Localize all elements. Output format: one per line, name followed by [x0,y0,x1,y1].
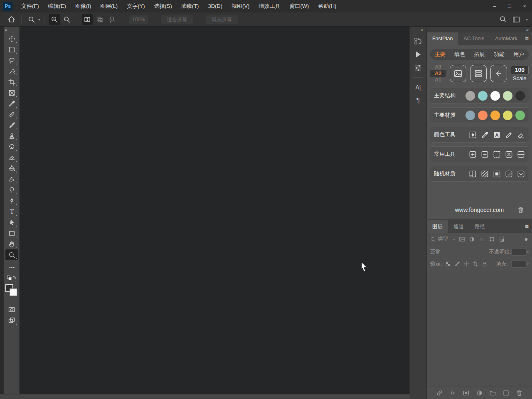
lasso-tool[interactable] [5,55,18,66]
move-tool[interactable] [5,33,18,44]
object-selection-tool[interactable] [5,66,18,76]
corner-box-icon[interactable] [505,170,513,178]
background-color-swatch[interactable] [10,288,17,296]
paragraph-panel-button[interactable]: ¶ [411,94,425,107]
color-swatch[interactable] [490,111,500,120]
zoom-percent-field[interactable]: 100% [129,15,148,24]
fastplan-subtab[interactable]: 拓展 [474,51,485,58]
menu-item[interactable]: 文件(F) [17,0,44,12]
pen-tool[interactable] [5,195,18,206]
color-swatch[interactable] [515,111,525,120]
color-swatch[interactable] [466,111,475,120]
chevron-down-icon[interactable]: ▾ [527,262,529,266]
menu-item[interactable]: 帮助(H) [313,0,341,12]
adjustment-layer-button[interactable] [476,389,483,397]
inner-fill-box-icon[interactable] [493,170,501,178]
color-swatch[interactable] [490,91,500,101]
delete-layer-button[interactable] [516,389,523,397]
layer-type-filter[interactable]: 类型 ▾ [430,236,455,243]
lock-all-button[interactable] [482,261,488,267]
plus-box-icon[interactable] [469,150,477,158]
panel-collapse-icon[interactable]: » [526,27,529,32]
properties-panel-button[interactable] [411,62,425,74]
workspace-icon[interactable] [512,15,520,24]
chevron-right-icon[interactable]: ▸ [442,70,444,77]
maximize-button[interactable]: □ [502,0,517,12]
link-layers-button[interactable] [436,389,443,397]
dashed-box-icon[interactable] [493,150,501,158]
chevron-left-icon[interactable]: ◂ [432,70,434,77]
pencil-icon[interactable] [505,131,513,139]
fastplan-subtab[interactable]: 用户 [513,51,524,58]
color-swatch[interactable] [515,91,525,101]
opacity-value[interactable]: ▾ [511,248,529,256]
type-tool[interactable]: T [5,206,18,217]
fill-screen-button[interactable]: 填充屏幕 [206,15,238,24]
horizontal-scrollbar[interactable] [0,394,410,399]
vsplit-box-icon[interactable] [469,170,477,178]
close-button[interactable]: × [517,0,532,12]
fill-value[interactable]: ▾ [511,260,529,268]
minus-box-icon[interactable] [481,150,489,158]
back-button[interactable] [490,65,507,82]
menu-item[interactable]: 选择(S) [149,0,176,12]
filter-smart-objects-button[interactable] [499,236,505,242]
smudge-tool[interactable] [5,174,18,185]
scale-value[interactable]: 100 [511,66,529,74]
frame-tool[interactable] [5,87,18,98]
spot-healing-brush-tool[interactable] [5,109,18,120]
clone-stamp-tool[interactable] [5,131,18,141]
filter-shape-layers-button[interactable] [489,236,495,242]
lock-transparency-button[interactable] [445,261,451,267]
history-panel-button[interactable] [411,35,425,47]
menu-item[interactable]: 增效工具 [254,0,285,12]
menu-item[interactable]: 视图(V) [227,0,254,12]
layers-tab[interactable]: 图层 [427,220,448,233]
color-swatch[interactable] [478,91,488,101]
actions-panel-button[interactable] [411,48,425,61]
zoom-out-button[interactable] [62,14,72,25]
minimize-button[interactable]: – [487,0,502,12]
lock-pixels-button[interactable] [454,261,460,267]
rectangular-marquee-tool[interactable] [5,44,18,55]
dock-collapse-icon[interactable]: « [421,27,426,34]
image-button[interactable] [450,65,466,82]
hatch-box-icon[interactable] [481,170,489,178]
menu-item[interactable]: 图像(I) [71,0,96,12]
foreground-background-colors[interactable] [5,284,18,298]
filter-pixel-layers-button[interactable] [459,236,465,242]
smile-box-icon[interactable] [517,170,525,178]
layers-tab[interactable]: 通道 [448,220,469,233]
x-box-icon[interactable] [505,150,513,158]
line-eraser-icon[interactable] [517,131,525,139]
color-controls[interactable] [5,273,18,283]
color-swatch[interactable] [503,111,512,120]
text-fill-icon[interactable]: A [493,131,501,139]
panel-menu-icon[interactable]: ≡ [525,220,529,233]
panel-menu-icon[interactable]: ≡ [525,32,529,45]
eyedropper-icon[interactable] [481,131,489,139]
menu-item[interactable]: 窗口(W) [285,0,313,12]
layers-tab[interactable]: 路径 [469,220,490,233]
filter-adjustment-layers-button[interactable] [469,236,475,242]
eyedropper-tool[interactable] [5,98,18,109]
fastplan-tab[interactable]: FastPlan [427,32,458,45]
blend-mode-select[interactable]: 正常 [430,249,441,256]
layer-style-button[interactable]: fx [449,389,456,397]
paper-size-selected[interactable]: ◂A2▸ [430,70,446,77]
filter-type-layers-button[interactable]: T [479,236,485,242]
fastplan-trash-button[interactable] [517,206,525,214]
color-swatch[interactable] [503,91,512,101]
color-swatch[interactable] [478,111,488,120]
path-selection-tool[interactable] [5,217,18,228]
chevron-down-icon[interactable]: ▾ [38,17,40,22]
lock-position-button[interactable] [463,261,469,267]
eraser-tool[interactable] [5,152,18,163]
fastplan-tab[interactable]: AC Tools [458,32,490,45]
fastplan-subtab[interactable]: 功能 [494,51,505,58]
fit-screen-button[interactable]: 适合屏幕 [161,15,193,24]
menu-item[interactable]: 图层(L) [96,0,122,12]
menu-item[interactable]: 3D(D) [203,0,227,12]
lock-artboard-button[interactable] [473,261,478,267]
color-swatch[interactable] [466,91,475,101]
